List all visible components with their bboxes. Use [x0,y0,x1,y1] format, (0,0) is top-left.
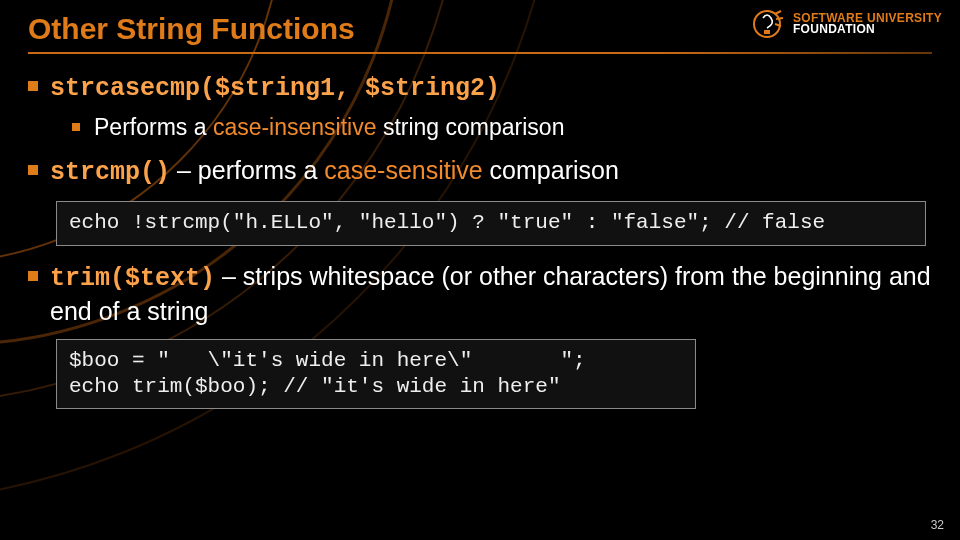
code-trim: trim($text) [50,264,215,293]
page-number: 32 [931,518,944,532]
code-block-trim: $boo = " \"it's wide in here\" "; echo t… [56,339,696,410]
content: strcasecmp($string1, $string2) Performs … [28,70,932,409]
title-rule [28,52,932,54]
code-strcasecmp: strcasecmp($string1, $string2) [50,74,500,103]
text: comparison [483,156,619,184]
bullet-strcasecmp: strcasecmp($string1, $string2) Performs … [28,70,932,142]
svg-rect-1 [764,30,770,34]
bullet-strcmp: strcmp() – performs a case-sensitive com… [28,154,932,189]
logo-line2: FOUNDATION [793,24,942,35]
text: – performs a [170,156,324,184]
text: string comparison [377,114,565,140]
logo: SOFTWARE UNIVERSITY FOUNDATION [751,6,942,42]
bullet-strcasecmp-desc: Performs a case-insensitive string compa… [50,113,932,142]
highlight-case-sensitive: case-sensitive [324,156,482,184]
code-strcmp: strcmp() [50,158,170,187]
text: Performs a [94,114,213,140]
highlight-case-insensitive: case-insensitive [213,114,377,140]
logo-text: SOFTWARE UNIVERSITY FOUNDATION [793,13,942,36]
lightbulb-icon [751,6,787,42]
slide: SOFTWARE UNIVERSITY FOUNDATION Other Str… [0,0,960,540]
code-block-strcmp: echo !strcmp("h.ELLo", "hello") ? "true"… [56,201,926,245]
bullet-trim: trim($text) – strips whitespace (or othe… [28,260,932,327]
